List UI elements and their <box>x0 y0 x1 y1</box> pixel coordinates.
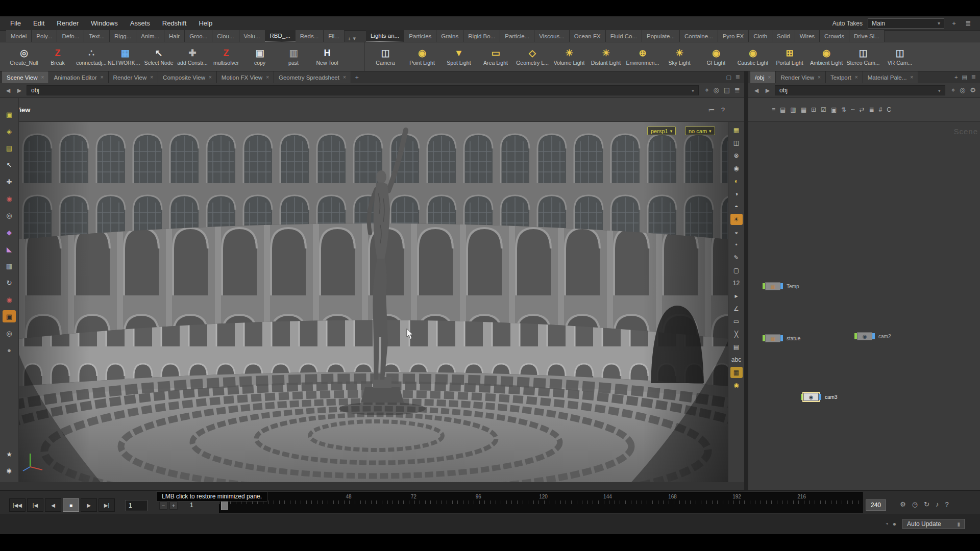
pivot-tool-icon[interactable]: ◉ <box>3 293 16 306</box>
pose-tool-icon[interactable]: ◣ <box>3 243 16 255</box>
orient-tool-icon[interactable]: ↻ <box>3 277 16 289</box>
forward-icon[interactable]: ▶ <box>15 87 23 94</box>
tool-distant-light[interactable]: ☀ Distant Light <box>587 42 624 71</box>
node-display-flag[interactable] <box>819 394 821 400</box>
add-desktop-icon[interactable]: + <box>949 19 959 27</box>
current-frame-field[interactable]: 1 <box>125 500 148 511</box>
network-toolbar-icon[interactable]: ▦ <box>801 106 806 113</box>
menu-item[interactable]: Redshift <box>156 16 193 30</box>
timeline[interactable]: 48 72 96 120 144 168 192 216 <box>219 492 863 513</box>
shelf-tab[interactable]: Hair <box>164 30 185 42</box>
display-options-icon[interactable]: ≔ <box>708 106 715 114</box>
shelf-tab[interactable]: Fil... <box>324 30 345 42</box>
tool-new-tool[interactable]: H New Tool <box>310 42 344 71</box>
shelf-tab[interactable]: Groo... <box>185 30 212 42</box>
rotate-tool-icon[interactable]: ◎ <box>3 209 16 221</box>
path-input[interactable]: obj ▾ <box>27 85 699 95</box>
audio-icon[interactable]: ♪ <box>936 500 939 508</box>
viewport-help-icon[interactable]: ? <box>721 106 725 114</box>
menu-item[interactable]: Edit <box>27 16 51 30</box>
next-frame-button[interactable]: ▶| <box>99 498 115 512</box>
shelf-tab[interactable]: Ocean FX <box>570 30 606 42</box>
menu-item[interactable]: Render <box>51 16 85 30</box>
pane-tab[interactable]: Render View × <box>109 71 158 83</box>
handle-tool-icon[interactable]: ▦ <box>3 260 16 272</box>
tool-break[interactable]: Z Break <box>41 42 75 71</box>
snap-dot-icon[interactable]: ● <box>3 344 16 356</box>
back-icon[interactable]: ◀ <box>4 87 12 94</box>
no-camera-icon[interactable]: ⊗ <box>730 150 743 161</box>
new-shelf-tab-icon[interactable]: + <box>348 36 351 42</box>
close-icon[interactable]: × <box>150 74 153 80</box>
cook-indicator-icon[interactable]: ◔ <box>885 520 889 528</box>
lamp-icon[interactable]: ◉ <box>730 380 743 391</box>
close-icon[interactable]: × <box>818 74 821 80</box>
tool-stereo-camera[interactable]: ◫ Stereo Cam... <box>845 42 881 71</box>
text-overlay-icon[interactable]: abc <box>730 354 743 365</box>
node-display-flag[interactable] <box>872 333 875 339</box>
end-frame-field[interactable]: 240 <box>866 499 886 511</box>
shelf-tab[interactable]: Defo... <box>57 30 84 42</box>
tool-geometry-light[interactable]: ◇ Geometry L... <box>514 42 551 71</box>
pane-tab[interactable]: Composite View × <box>158 71 217 83</box>
network-toolbar-icon[interactable]: ☑ <box>821 106 826 113</box>
shelf-tab[interactable]: Pyro FX <box>718 30 749 42</box>
tool-add-constraint[interactable]: ✚ add Constr... <box>176 42 209 71</box>
star-tool-icon[interactable]: ★ <box>3 448 16 460</box>
playbar-options-icon[interactable]: ⚙ <box>900 500 906 508</box>
pane-divider[interactable] <box>744 71 748 514</box>
close-icon[interactable]: × <box>343 74 346 80</box>
viewport-3d-scene[interactable] <box>19 122 728 482</box>
play-button[interactable]: ▶ <box>81 498 97 512</box>
tool-point-light[interactable]: ◉ Point Light <box>404 42 440 71</box>
shelf-tab[interactable]: Cloth <box>749 30 772 42</box>
node-cam2[interactable]: ◉ cam2 <box>854 332 891 341</box>
network-toolbar-icon[interactable]: # <box>879 106 883 113</box>
shelf-tab[interactable]: Populate... <box>642 30 680 42</box>
close-icon[interactable]: × <box>266 74 269 80</box>
pin-pane-icon[interactable]: ⌖ <box>951 86 955 94</box>
tool-connectadj[interactable]: ∴ connectadj... <box>75 42 108 71</box>
linked-panes-icon[interactable]: ▤ <box>724 86 730 94</box>
headlight-icon[interactable]: ☀ <box>730 214 743 225</box>
pane-tab[interactable]: Render View × <box>776 71 825 83</box>
tool-volume-light[interactable]: ☀ Volume Light <box>551 42 587 71</box>
follow-selection-icon[interactable]: ◎ <box>960 86 965 94</box>
pane-tab[interactable]: Textport × <box>826 71 863 83</box>
loop-mode-icon[interactable]: ↻ <box>924 500 929 508</box>
shelf-tab[interactable]: Text... <box>84 30 110 42</box>
menu-item[interactable]: Help <box>192 16 218 30</box>
playhead-handle[interactable] <box>221 501 228 510</box>
lasso-select-icon[interactable]: ◈ <box>3 125 16 137</box>
flag-icon[interactable]: ▸ <box>730 290 743 302</box>
bars-icon[interactable]: ▤ <box>730 341 743 353</box>
view-tool-icon[interactable]: ◎ <box>3 327 16 339</box>
node-display-flag[interactable] <box>780 335 783 341</box>
annotate-icon[interactable]: ✎ <box>730 252 743 263</box>
node-temp[interactable]: ▦ Temp <box>763 282 799 291</box>
network-editor[interactable]: Scene ▦ Temp ▦ statue ◉ cam2 ◉ cam3 <box>748 122 980 490</box>
take-selector[interactable]: Main ▾ <box>868 18 944 29</box>
network-toolbar-icon[interactable]: ⊞ <box>811 106 816 113</box>
close-icon[interactable]: × <box>101 74 104 80</box>
shelf-tab[interactable]: Poly... <box>32 30 57 42</box>
pane-split-icon[interactable]: ▢ <box>726 74 731 81</box>
shelf-tab[interactable]: Crowds <box>820 30 849 42</box>
status-message[interactable]: LMB click to restore minimized pane. <box>156 491 267 502</box>
shelf-tab[interactable]: Particle... <box>500 30 534 42</box>
stereo-view-icon[interactable]: ◫ <box>730 137 743 148</box>
desktop-menu-icon[interactable]: ≣ <box>964 19 973 27</box>
tool-ambient-light[interactable]: ◉ Ambient Light <box>808 42 845 71</box>
pin-pane-icon[interactable]: ⌖ <box>705 86 708 94</box>
select-tool-icon[interactable]: ↖ <box>3 159 16 171</box>
tool-spot-light[interactable]: ▼ Spot Light <box>440 42 477 71</box>
shelf-tab[interactable]: Wires <box>795 30 820 42</box>
resolution-icon[interactable]: 12 <box>730 278 743 289</box>
shelf-tab[interactable]: Clou... <box>212 30 239 42</box>
shade-mode-icon[interactable]: ◑ <box>730 188 743 199</box>
follow-selection-icon[interactable]: ◎ <box>713 86 719 94</box>
pane-split-icon[interactable]: ▤ <box>962 74 967 81</box>
shelf-tab[interactable]: Solid <box>772 30 795 42</box>
pane-tab[interactable]: Motion FX View × <box>217 71 274 83</box>
path-menu-icon[interactable]: ≣ <box>734 86 740 94</box>
